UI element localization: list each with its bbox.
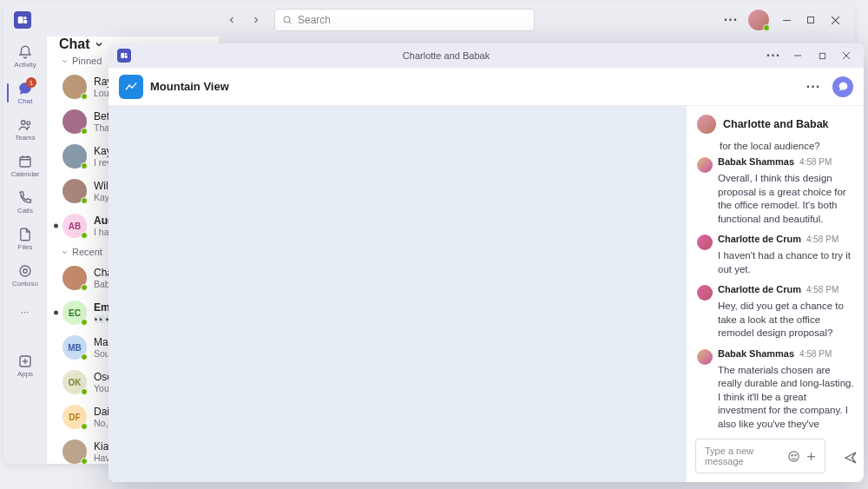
- nav-forward-button[interactable]: [247, 10, 266, 30]
- svg-point-9: [22, 121, 26, 125]
- chat-header-avatar: [697, 115, 716, 134]
- svg-point-10: [27, 122, 30, 125]
- app-canvas[interactable]: [108, 106, 686, 482]
- svg-point-21: [125, 53, 128, 56]
- rail-more-button[interactable]: ···: [7, 294, 43, 330]
- svg-point-27: [789, 451, 799, 460]
- message-author: Babak Shammas: [718, 156, 794, 167]
- avatar: EC: [62, 301, 87, 325]
- window-close-button[interactable]: [823, 8, 847, 32]
- nav-back-button[interactable]: [222, 10, 241, 30]
- svg-line-4: [289, 22, 291, 23]
- rail-item-teams[interactable]: Teams: [7, 111, 43, 148]
- teams-logo-icon: [14, 11, 31, 29]
- rail-badge: 1: [26, 77, 36, 88]
- svg-rect-6: [808, 17, 814, 23]
- message-avatar: [697, 349, 713, 365]
- svg-rect-0: [18, 17, 23, 23]
- avatar: [62, 109, 87, 134]
- popout-maximize-button[interactable]: [810, 43, 834, 68]
- popout-app-name: Mountain View: [150, 80, 801, 93]
- message-body: I haven't had a chance to try it out yet…: [718, 249, 855, 276]
- app-rail: ActivityChat1TeamsCalendarCallsFilesCont…: [3, 36, 47, 464]
- current-user-avatar[interactable]: [748, 10, 769, 30]
- chevron-down-icon: [61, 248, 69, 256]
- presence-icon: [81, 354, 88, 360]
- search-placeholder: Search: [298, 14, 331, 26]
- message-body: Overall, I think this design proposal is…: [718, 172, 855, 226]
- message-author: Babak Shammas: [718, 348, 794, 359]
- popout-minimize-button[interactable]: [786, 43, 810, 68]
- svg-point-1: [23, 17, 27, 20]
- svg-point-15: [20, 266, 30, 276]
- avatar: OK: [62, 370, 87, 394]
- rail-item-activity[interactable]: Activity: [7, 38, 43, 75]
- message-time: 4:58 PM: [799, 349, 832, 359]
- presence-icon: [81, 197, 88, 204]
- avatar: MB: [62, 335, 87, 360]
- svg-rect-22: [125, 56, 128, 58]
- svg-rect-24: [819, 53, 825, 58]
- message: Charlotte de Crum4:58 PMHey, did you get…: [697, 284, 855, 340]
- svg-rect-2: [23, 20, 27, 23]
- message-avatar: [697, 235, 713, 250]
- avatar: [62, 439, 87, 464]
- message-avatar: [697, 285, 713, 301]
- message-body: Hey, did you get a chance to take a look…: [718, 300, 855, 340]
- presence-icon: [81, 162, 88, 169]
- more-button[interactable]: ···: [719, 8, 743, 32]
- popout-app-header: Mountain View ···: [108, 68, 864, 106]
- message-avatar: [697, 157, 713, 173]
- popout-app-more-button[interactable]: ···: [801, 75, 825, 99]
- avatar: [62, 179, 87, 203]
- message: Charlotte de Crum4:58 PMI haven't had a …: [697, 234, 855, 276]
- partial-message-text: for the local audience?: [697, 141, 855, 151]
- message-time: 4:58 PM: [806, 285, 838, 294]
- rail-item-files[interactable]: Files: [7, 221, 43, 257]
- svg-rect-11: [20, 157, 30, 167]
- rail-item-calls[interactable]: Calls: [7, 184, 43, 221]
- avatar: [62, 266, 87, 290]
- rail-apps-button[interactable]: Apps: [7, 347, 43, 384]
- side-chat-panel: Charlotte and Babak for the local audien…: [686, 106, 864, 482]
- main-titlebar: Search ···: [3, 3, 854, 36]
- message-time: 4:58 PM: [806, 235, 838, 244]
- message-list[interactable]: for the local audience? Babak Shammas4:5…: [687, 139, 864, 433]
- svg-point-3: [284, 17, 290, 23]
- avatar: [62, 75, 87, 99]
- chevron-down-icon: [61, 57, 69, 65]
- rail-apps-label: Apps: [17, 370, 33, 378]
- rail-item-calendar[interactable]: Calendar: [7, 148, 43, 184]
- send-button[interactable]: [838, 445, 864, 471]
- compose-placeholder: Type a new message: [705, 446, 786, 466]
- popout-titlebar: Charlotte and Babak ···: [108, 43, 864, 68]
- window-maximize-button[interactable]: [799, 8, 823, 32]
- presence-icon: [81, 128, 88, 135]
- presence-icon: [81, 388, 88, 395]
- rail-item-contoso[interactable]: Contoso: [7, 257, 43, 294]
- window-minimize-button[interactable]: [774, 8, 799, 32]
- compose-input[interactable]: Type a new message: [695, 439, 825, 473]
- message-author: Charlotte de Crum: [718, 284, 801, 294]
- search-input[interactable]: Search: [274, 9, 535, 31]
- message-time: 4:58 PM: [799, 157, 832, 167]
- avatar: [62, 144, 87, 169]
- presence-icon: [81, 93, 88, 100]
- rail-item-chat[interactable]: Chat1: [7, 75, 43, 111]
- presence-icon: [81, 319, 88, 326]
- open-chat-button[interactable]: [832, 76, 853, 97]
- message-body: The materials chosen are really durable …: [718, 364, 855, 433]
- apps-icon: [17, 354, 33, 369]
- svg-rect-20: [121, 53, 124, 58]
- teams-logo-icon: [117, 49, 131, 63]
- add-attachment-button[interactable]: [802, 446, 819, 466]
- svg-point-29: [795, 454, 796, 455]
- popout-more-button[interactable]: ···: [761, 43, 786, 68]
- presence-available-icon: [763, 24, 770, 31]
- popout-close-button[interactable]: [834, 43, 858, 68]
- svg-point-16: [23, 269, 28, 274]
- emoji-button[interactable]: [786, 446, 803, 466]
- search-icon: [282, 15, 293, 25]
- svg-point-28: [792, 454, 792, 455]
- mountain-view-app-icon: [119, 75, 143, 99]
